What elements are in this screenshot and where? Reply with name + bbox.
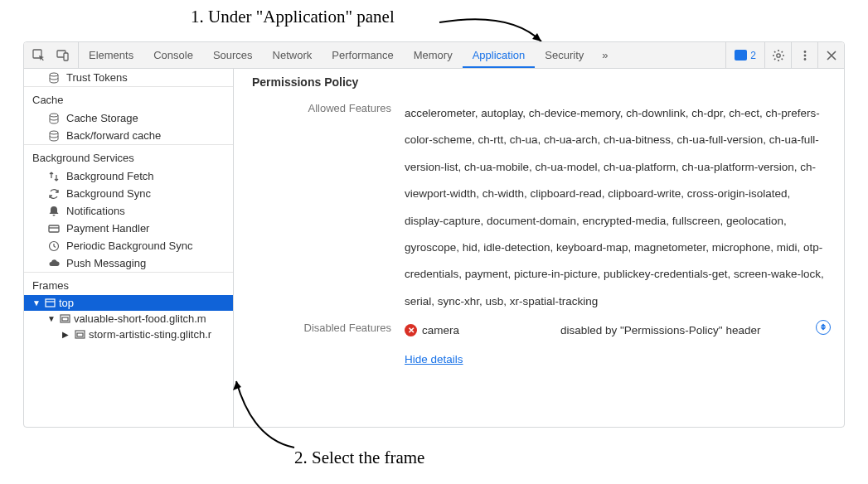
svg-point-5 <box>803 54 806 56</box>
tab-memory[interactable]: Memory <box>404 42 463 68</box>
toolbar-right: 2 <box>725 42 844 68</box>
svg-point-4 <box>803 51 806 53</box>
allowed-features-row: Allowed Features accelerometer, autoplay… <box>247 100 831 315</box>
disabled-reason: disabled by "Permissions-Policy" header <box>560 320 768 341</box>
panel-tabs: Elements Console Sources Network Perform… <box>79 42 616 68</box>
periodic-label: Periodic Background Sync <box>66 240 192 252</box>
tab-sources[interactable]: Sources <box>203 42 263 68</box>
settings-icon[interactable] <box>764 42 791 68</box>
annotation-step-1: 1. Under "Application" panel <box>191 7 395 27</box>
tab-bar: Elements Console Sources Network Perform… <box>24 42 844 69</box>
sidebar-item-push[interactable]: Push Messaging <box>24 254 233 272</box>
database-icon <box>47 129 60 142</box>
push-label: Push Messaging <box>66 257 146 269</box>
annotation-step-2: 2. Select the frame <box>294 448 424 468</box>
svg-point-6 <box>803 58 806 60</box>
tabs-overflow[interactable]: » <box>594 49 616 61</box>
frame-child-2-label: storm-artistic-sting.glitch.r <box>89 328 211 341</box>
panel-body: Trust Tokens Cache Cache Storage Back/fo… <box>24 69 844 427</box>
frame-child-1-label: valuable-short-food.glitch.m <box>74 312 206 325</box>
payment-label: Payment Handler <box>66 222 149 235</box>
hide-details-link[interactable]: Hide details <box>405 353 463 365</box>
tab-elements[interactable]: Elements <box>79 42 143 68</box>
toolbar-left <box>24 42 79 68</box>
window-icon <box>44 298 56 309</box>
svg-rect-10 <box>49 225 59 232</box>
sync-icon <box>47 187 60 200</box>
disclosure-triangle-icon: ▶ <box>62 330 70 339</box>
disabled-features-value: ✕ camera disabled by "Permissions-Policy… <box>405 320 831 373</box>
inspect-icon[interactable] <box>29 46 49 65</box>
sidebar-item-bg-sync[interactable]: Background Sync <box>24 185 233 202</box>
bell-icon <box>47 205 60 217</box>
cache-storage-label: Cache Storage <box>66 112 138 124</box>
sidebar-group-bg: Background Services <box>24 144 233 167</box>
disabled-feature-name: camera <box>422 320 459 341</box>
frame-child-1[interactable]: ▼ valuable-short-food.glitch.m <box>24 311 233 327</box>
svg-rect-14 <box>62 317 68 321</box>
close-icon[interactable] <box>817 42 844 68</box>
issues-number: 2 <box>750 50 756 61</box>
sidebar-item-notifications[interactable]: Notifications <box>24 202 233 220</box>
notifications-label: Notifications <box>66 205 125 217</box>
sidebar-item-trust-tokens[interactable]: Trust Tokens <box>24 69 233 86</box>
tab-performance[interactable]: Performance <box>322 42 403 68</box>
transfer-icon <box>47 170 60 182</box>
details-toggle-icon[interactable] <box>816 320 831 335</box>
iframe-icon <box>59 313 70 325</box>
svg-point-9 <box>50 131 58 134</box>
bg-sync-label: Background Sync <box>66 187 151 200</box>
tab-network[interactable]: Network <box>263 42 322 68</box>
tab-application[interactable]: Application <box>463 42 536 68</box>
frame-top-label: top <box>59 297 74 309</box>
bf-cache-label: Back/forward cache <box>66 129 161 142</box>
sidebar-item-payment[interactable]: Payment Handler <box>24 220 233 237</box>
frame-child-2[interactable]: ▶ storm-artistic-sting.glitch.r <box>24 327 233 342</box>
svg-rect-2 <box>64 53 68 60</box>
svg-point-3 <box>776 53 779 56</box>
bg-fetch-label: Background Fetch <box>66 170 154 182</box>
svg-point-8 <box>50 114 58 117</box>
section-title: Permissions Policy <box>247 75 831 89</box>
devtools-window: Elements Console Sources Network Perform… <box>23 41 845 428</box>
database-icon <box>47 71 60 84</box>
disabled-features-row: Disabled Features ✕ camera disabled by "… <box>247 320 831 373</box>
sidebar-item-bg-fetch[interactable]: Background Fetch <box>24 167 233 185</box>
svg-rect-16 <box>77 333 83 336</box>
svg-point-7 <box>50 73 58 76</box>
sidebar-item-cache-storage[interactable]: Cache Storage <box>24 109 233 127</box>
tab-security[interactable]: Security <box>535 42 594 68</box>
kebab-icon[interactable] <box>791 42 817 68</box>
disclosure-triangle-icon: ▼ <box>47 314 56 323</box>
sidebar-group-frames: Frames <box>24 272 233 295</box>
allowed-features-value: accelerometer, autoplay, ch-device-memor… <box>405 100 831 315</box>
issues-icon <box>735 50 747 60</box>
card-icon <box>47 222 60 235</box>
frame-top[interactable]: ▼ top <box>24 295 233 311</box>
error-icon: ✕ <box>405 324 417 336</box>
sidebar-item-periodic-sync[interactable]: Periodic Background Sync <box>24 237 233 254</box>
application-sidebar: Trust Tokens Cache Cache Storage Back/fo… <box>24 69 234 427</box>
tab-console[interactable]: Console <box>143 42 203 68</box>
svg-rect-12 <box>46 299 55 307</box>
allowed-features-label: Allowed Features <box>247 100 405 315</box>
trust-tokens-label: Trust Tokens <box>66 71 128 84</box>
device-toggle-icon[interactable] <box>53 46 73 65</box>
issues-count[interactable]: 2 <box>725 42 764 68</box>
sidebar-item-bf-cache[interactable]: Back/forward cache <box>24 127 233 144</box>
cloud-icon <box>47 257 60 269</box>
disabled-features-label: Disabled Features <box>247 320 405 373</box>
sidebar-group-cache: Cache <box>24 86 233 109</box>
disclosure-triangle-icon: ▼ <box>32 298 41 307</box>
clock-icon <box>47 240 60 252</box>
main-content: Permissions Policy Allowed Features acce… <box>234 69 844 427</box>
disabled-feature-camera: ✕ camera <box>405 320 554 341</box>
database-icon <box>47 112 60 124</box>
iframe-icon <box>74 329 85 341</box>
